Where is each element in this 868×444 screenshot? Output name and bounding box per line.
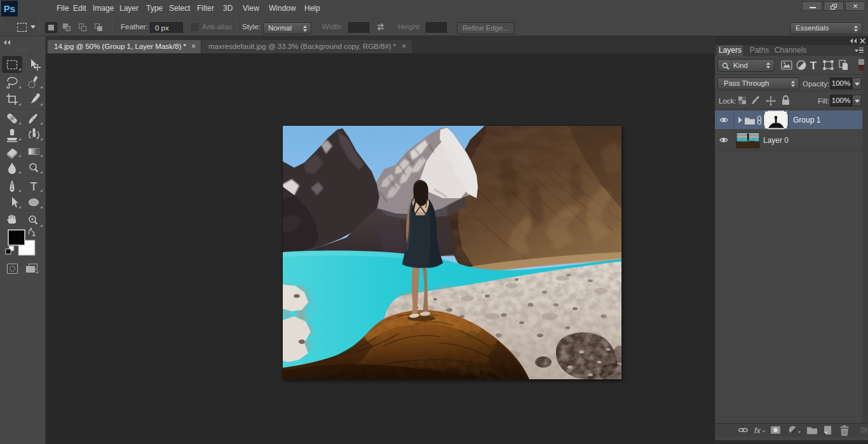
svg-text:T: T — [31, 180, 37, 193]
svg-text:T: T — [810, 60, 817, 72]
svg-text:fx: fx — [754, 426, 761, 435]
